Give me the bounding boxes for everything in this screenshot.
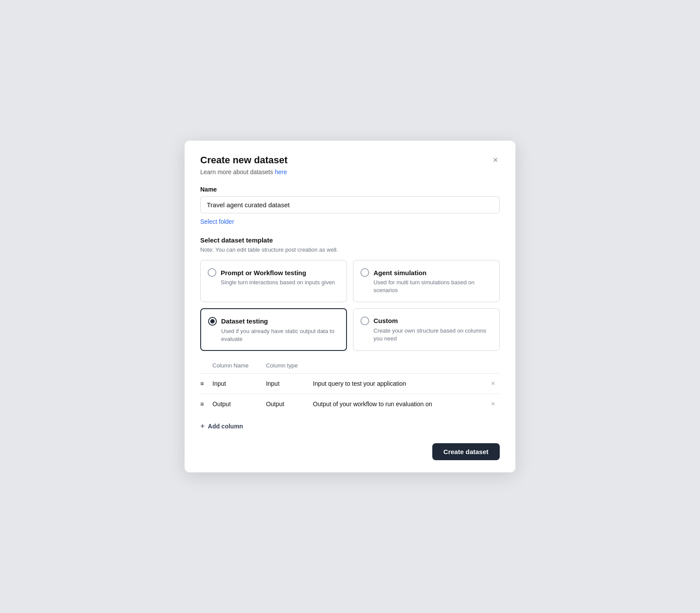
template-card-custom[interactable]: Custom Create your own structure based o… bbox=[353, 308, 500, 351]
template-card-prompt-header: Prompt or Workflow testing bbox=[208, 268, 339, 277]
table-row: ≡ Output Output Output of your workflow … bbox=[200, 394, 500, 414]
close-button[interactable]: × bbox=[491, 155, 500, 165]
col-header-name: Column Name bbox=[212, 362, 266, 374]
modal-header: Create new dataset × bbox=[200, 155, 500, 166]
remove-input-button[interactable]: × bbox=[489, 380, 497, 387]
template-dataset-desc: Used if you already have static output d… bbox=[208, 327, 338, 343]
col-desc-input: Input query to test your application bbox=[313, 373, 489, 394]
col-type-input: Input bbox=[266, 373, 313, 394]
col-header-drag bbox=[200, 362, 212, 374]
template-prompt-name: Prompt or Workflow testing bbox=[221, 269, 306, 276]
col-name-input: Input bbox=[212, 373, 266, 394]
template-card-custom-header: Custom bbox=[360, 317, 491, 325]
drag-handle-input[interactable]: ≡ bbox=[200, 373, 212, 394]
radio-custom bbox=[360, 317, 369, 325]
table-row: ≡ Input Input Input query to test your a… bbox=[200, 373, 500, 394]
name-input[interactable] bbox=[200, 196, 500, 213]
col-header-type: Column type bbox=[266, 362, 313, 374]
template-prompt-desc: Single turn interactions based on inputs… bbox=[208, 279, 339, 286]
template-grid: Prompt or Workflow testing Single turn i… bbox=[200, 260, 500, 351]
radio-agent bbox=[360, 268, 369, 277]
col-type-output: Output bbox=[266, 394, 313, 414]
remove-output-button[interactable]: × bbox=[489, 400, 497, 408]
radio-dataset bbox=[208, 317, 217, 326]
col-desc-output: Output of your workflow to run evaluatio… bbox=[313, 394, 489, 414]
modal-subtitle: Learn more about datasets here bbox=[200, 168, 500, 175]
drag-handle-output[interactable]: ≡ bbox=[200, 394, 212, 414]
template-card-agent[interactable]: Agent simulation Used for multi turn sim… bbox=[353, 260, 500, 302]
select-folder-link[interactable]: Select folder bbox=[200, 218, 234, 225]
template-custom-desc: Create your own structure based on colum… bbox=[360, 327, 491, 343]
add-column-button[interactable]: + Add column bbox=[200, 418, 243, 434]
template-card-dataset-header: Dataset testing bbox=[208, 317, 338, 326]
template-agent-name: Agent simulation bbox=[374, 269, 427, 276]
template-agent-desc: Used for multi turn simulations based on… bbox=[360, 279, 491, 294]
radio-prompt bbox=[208, 268, 216, 277]
template-card-agent-header: Agent simulation bbox=[360, 268, 491, 277]
col-header-remove bbox=[489, 362, 500, 374]
col-name-output: Output bbox=[212, 394, 266, 414]
col-header-desc bbox=[313, 362, 489, 374]
columns-table: Column Name Column type ≡ Input Input In… bbox=[200, 362, 500, 414]
template-custom-name: Custom bbox=[374, 317, 398, 324]
modal-title: Create new dataset bbox=[200, 155, 288, 166]
modal-footer: Create dataset bbox=[200, 439, 500, 460]
template-card-dataset[interactable]: Dataset testing Used if you already have… bbox=[200, 308, 347, 351]
template-section-note: Note: You can edit table structure post … bbox=[200, 246, 500, 253]
template-section-title: Select dataset template bbox=[200, 236, 500, 244]
template-dataset-name: Dataset testing bbox=[221, 317, 268, 325]
create-dataset-modal: Create new dataset × Learn more about da… bbox=[185, 141, 515, 472]
here-link[interactable]: here bbox=[275, 168, 287, 175]
add-column-plus-icon: + bbox=[200, 422, 205, 431]
add-column-label: Add column bbox=[208, 423, 243, 430]
template-card-prompt[interactable]: Prompt or Workflow testing Single turn i… bbox=[200, 260, 347, 302]
name-label: Name bbox=[200, 186, 500, 193]
create-dataset-button[interactable]: Create dataset bbox=[432, 443, 500, 460]
